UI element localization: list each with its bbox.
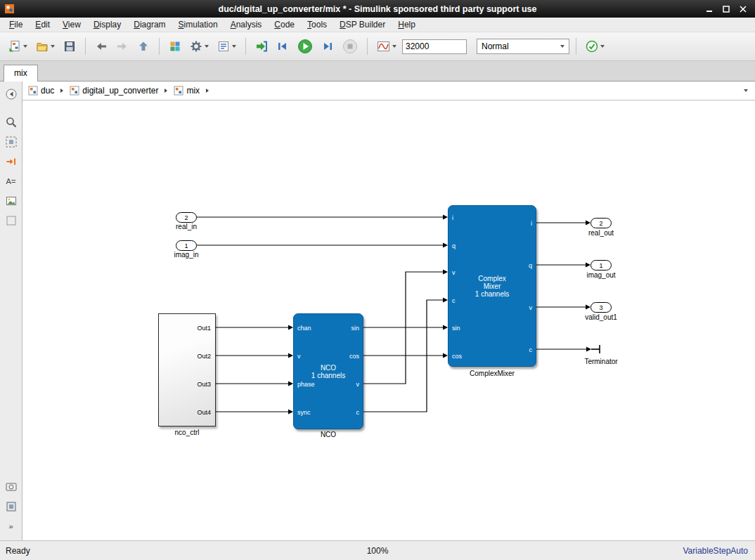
sim-mode-select[interactable]: Normal	[477, 39, 569, 54]
port-label: c	[356, 409, 360, 416]
port-number: 2	[599, 220, 602, 227]
outport-real-out-label: real_out	[588, 229, 614, 237]
maximize-button[interactable]	[721, 4, 731, 14]
block-title: NCO 1 channels	[294, 364, 363, 379]
save-button[interactable]	[60, 37, 79, 56]
palette-sidebar: A= »	[0, 82, 22, 540]
library-browser-button[interactable]	[166, 37, 184, 56]
hide-browser-button[interactable]	[3, 86, 20, 103]
block-title: Complex Mixer 1 channels	[449, 275, 536, 298]
breadcrumb-separator-icon	[206, 89, 209, 93]
breadcrumb-item-digital-up-converter[interactable]: digital_up_converter	[68, 84, 160, 97]
toolbar-separator	[85, 38, 86, 55]
menu-simulation[interactable]: Simulation	[172, 18, 224, 31]
stop-button[interactable]	[340, 36, 361, 57]
menu-code[interactable]: Code	[268, 18, 301, 31]
menu-view[interactable]: View	[56, 18, 87, 31]
open-folder-icon	[36, 40, 49, 53]
breadcrumb-item-duc[interactable]: duc	[27, 84, 56, 97]
port-label: phase	[297, 381, 315, 388]
stop-icon	[342, 39, 358, 54]
hardware-board-button[interactable]	[3, 498, 20, 515]
scope-wave-icon	[377, 40, 390, 53]
menu-help[interactable]: Help	[392, 18, 422, 31]
menu-tools[interactable]: Tools	[301, 18, 333, 31]
settings-button[interactable]	[187, 37, 212, 56]
outport-valid-out1[interactable]: 3	[591, 302, 612, 313]
box-area-button[interactable]	[3, 212, 20, 229]
chevron-down-icon	[23, 45, 27, 48]
inport-real-in[interactable]: 2	[176, 212, 197, 223]
zoom-icon	[5, 116, 18, 129]
block-nco[interactable]: chan v phase sync sin cos v c NCO 1 chan…	[293, 313, 363, 429]
model-advisor-button[interactable]	[583, 37, 607, 56]
inport-imag-in-label: imag_in	[174, 251, 198, 259]
port-number: 1	[599, 262, 602, 269]
data-inspector-button[interactable]	[374, 37, 399, 56]
hide-browser-icon	[5, 88, 18, 100]
close-button[interactable]	[738, 4, 748, 14]
breadcrumb-label: mix	[186, 86, 200, 96]
statusbar: Ready 100% VariableStepAuto	[0, 540, 755, 560]
step-forward-button[interactable]	[318, 37, 337, 56]
outport-imag-out[interactable]: 1	[591, 260, 612, 271]
expand-palette-button[interactable]: »	[3, 518, 20, 535]
connect-target-button[interactable]	[252, 37, 271, 56]
step-forward-icon	[321, 40, 334, 53]
model-config-button[interactable]	[214, 37, 239, 56]
menu-edit[interactable]: Edit	[29, 18, 56, 31]
menu-dsp-builder[interactable]: DSP Builder	[333, 18, 392, 31]
expand-icon: »	[8, 522, 13, 530]
simulink-window: duc/digital_up_converter/mix * - Simulin…	[0, 0, 755, 560]
toolbar-separator	[245, 38, 246, 55]
block-terminator[interactable]	[589, 343, 606, 356]
block-complex-mixer-label: ComplexMixer	[470, 370, 515, 377]
menu-file[interactable]: File	[3, 18, 29, 31]
block-nco-ctrl[interactable]: Out1 Out2 Out3 Out4	[158, 313, 216, 426]
port-label: i	[452, 214, 453, 221]
port-number: 2	[184, 214, 188, 221]
image-button[interactable]	[3, 193, 20, 209]
menu-analysis[interactable]: Analysis	[224, 18, 269, 31]
port-label: Out3	[197, 381, 211, 388]
gear-icon	[190, 40, 202, 53]
open-button[interactable]	[33, 37, 58, 56]
annotation-button[interactable]: A=	[3, 173, 20, 190]
toolbar-separator	[576, 38, 576, 55]
model-canvas[interactable]: 2 real_in 1 imag_in Out1 Out2 Out3 Out4 …	[22, 100, 755, 540]
up-button[interactable]	[134, 37, 153, 56]
menu-diagram[interactable]: Diagram	[127, 18, 172, 31]
menu-display[interactable]: Display	[87, 18, 127, 31]
block-complex-mixer[interactable]: i q v c sin cos i q v c Complex Mixer 1 …	[448, 205, 536, 367]
breadcrumb-history-dropdown-icon[interactable]	[744, 89, 748, 92]
zoom-button[interactable]	[3, 114, 20, 131]
back-button[interactable]	[92, 37, 110, 56]
block-nco-ctrl-label: nco_ctrl	[174, 429, 199, 436]
wires-layer	[22, 100, 754, 540]
config-list-icon	[217, 40, 230, 53]
screenshot-button[interactable]	[3, 478, 20, 495]
port-label: sync	[297, 409, 311, 416]
port-label: cos	[452, 353, 462, 360]
solver-indicator[interactable]: VariableStepAuto	[683, 546, 748, 556]
outport-real-out[interactable]: 2	[591, 218, 612, 228]
connect-target-icon	[255, 40, 268, 53]
tab-mix[interactable]: mix	[4, 65, 38, 82]
step-back-button[interactable]	[273, 37, 292, 56]
green-check-icon	[586, 40, 598, 53]
port-label: Out2	[197, 353, 211, 360]
fit-to-view-button[interactable]	[3, 134, 20, 150]
breadcrumb-item-mix[interactable]: mix	[172, 84, 201, 97]
tab-label: mix	[14, 68, 27, 78]
box-icon	[5, 214, 18, 227]
sim-stop-time-input[interactable]	[402, 39, 467, 54]
inport-imag-in[interactable]: 1	[176, 240, 197, 251]
new-model-button[interactable]	[6, 37, 30, 56]
image-icon	[5, 195, 18, 207]
forward-button[interactable]	[113, 37, 131, 56]
run-button[interactable]	[295, 36, 316, 57]
annotation-icon: A=	[6, 177, 16, 185]
chevron-down-icon	[205, 45, 209, 48]
signal-route-button[interactable]	[3, 153, 20, 170]
minimize-button[interactable]	[704, 4, 714, 14]
